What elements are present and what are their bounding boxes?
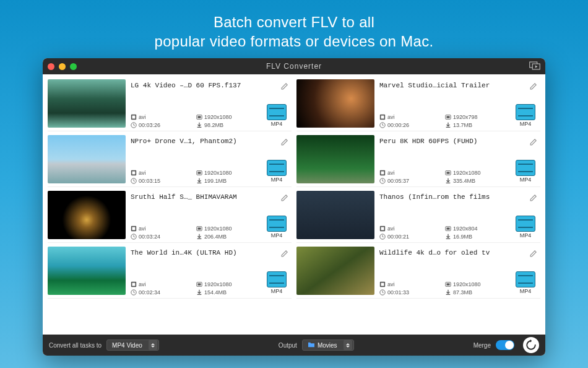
convert-all-format-value: MP4 Video xyxy=(112,342,142,349)
video-thumbnail[interactable] xyxy=(296,191,374,239)
video-title: Wildlife 4k d…o for oled tv xyxy=(379,249,506,256)
video-resolution: 1920x1080 xyxy=(196,281,257,287)
format-label: MP4 xyxy=(520,232,532,239)
video-list: LG 4k Video –…D 60 FPS.f137avi1920x10800… xyxy=(43,74,545,335)
video-thumbnail[interactable] xyxy=(48,247,126,295)
edit-icon[interactable] xyxy=(280,193,289,204)
video-card[interactable]: Peru 8K HDR 60FPS (FUHD)avi1920x108000:0… xyxy=(296,135,540,187)
convert-all-format-select[interactable]: MP4 Video xyxy=(106,340,159,351)
video-card[interactable]: The World in…4K (ULTRA HD)avi1920x108000… xyxy=(48,247,292,299)
video-resolution: 1920x798 xyxy=(445,114,506,120)
video-thumbnail[interactable] xyxy=(48,79,126,128)
video-resolution: 1920x1080 xyxy=(445,170,506,176)
edit-icon[interactable] xyxy=(529,249,538,260)
close-button[interactable] xyxy=(48,63,54,70)
output-format-badge[interactable]: MP4 xyxy=(267,216,287,239)
video-thumbnail[interactable] xyxy=(48,191,126,239)
output-format-badge[interactable]: MP4 xyxy=(516,216,535,239)
edit-icon[interactable] xyxy=(529,193,538,204)
svg-rect-14 xyxy=(132,172,136,175)
video-format: avi xyxy=(131,114,191,120)
format-icon xyxy=(267,104,287,120)
video-format: avi xyxy=(379,226,440,232)
video-format: avi xyxy=(131,170,191,176)
svg-rect-34 xyxy=(132,283,136,286)
video-card[interactable]: NPro+ Drone V…1, Phantom2)avi1920x108000… xyxy=(48,135,292,187)
video-info: Thanos (Infin…rom the filmsavi1920x80400… xyxy=(374,191,511,242)
video-card[interactable]: Marvel Studio…icial Traileravi1920x79800… xyxy=(296,79,540,131)
video-info: NPro+ Drone V…1, Phantom2)avi1920x108000… xyxy=(126,135,262,186)
app-window: FLV Converter LG 4k Video –…D 60 FPS.f13… xyxy=(43,58,545,356)
footer-bar: Convert all tasks to MP4 Video Output Mo… xyxy=(43,335,545,356)
video-duration: 00:00:21 xyxy=(379,234,440,240)
svg-rect-19 xyxy=(381,172,384,175)
video-card[interactable]: LG 4k Video –…D 60 FPS.f137avi1920x10800… xyxy=(48,79,292,131)
video-duration: 00:05:37 xyxy=(379,178,440,184)
output-format-badge[interactable]: MP4 xyxy=(267,271,287,294)
format-label: MP4 xyxy=(271,232,283,239)
svg-rect-6 xyxy=(198,116,201,118)
window-title: FLV Converter xyxy=(43,62,545,71)
output-folder-select[interactable]: Movies xyxy=(302,340,354,351)
folder-icon xyxy=(308,341,318,349)
minimize-button[interactable] xyxy=(59,63,66,70)
svg-rect-4 xyxy=(132,116,136,119)
video-resolution: 1920x804 xyxy=(445,226,506,232)
video-duration: 00:03:15 xyxy=(131,178,191,184)
format-label: MP4 xyxy=(271,121,283,127)
video-resolution: 1920x1080 xyxy=(445,281,506,287)
video-title: Thanos (Infin…rom the films xyxy=(379,193,506,201)
output-format-badge[interactable]: MP4 xyxy=(516,271,535,294)
merge-label: Merge xyxy=(473,342,491,349)
edit-icon[interactable] xyxy=(280,138,289,149)
format-label: MP4 xyxy=(520,177,532,183)
video-format: avi xyxy=(131,281,191,287)
video-card[interactable]: Sruthi Half S…_ BHIMAVARAMavi1920x108000… xyxy=(48,191,292,243)
format-icon xyxy=(267,216,287,232)
video-format: avi xyxy=(131,226,191,232)
video-info: The World in…4K (ULTRA HD)avi1920x108000… xyxy=(126,247,262,298)
format-icon xyxy=(516,160,535,176)
output-format-badge[interactable]: MP4 xyxy=(516,160,535,183)
video-thumbnail[interactable] xyxy=(296,135,374,183)
edit-icon[interactable] xyxy=(529,138,538,149)
svg-rect-39 xyxy=(381,283,384,286)
output-format-badge[interactable]: MP4 xyxy=(516,104,535,127)
video-size: 335.4MB xyxy=(445,178,506,184)
edit-icon[interactable] xyxy=(280,82,289,93)
video-info: Peru 8K HDR 60FPS (FUHD)avi1920x108000:0… xyxy=(374,135,511,186)
video-thumbnail[interactable] xyxy=(48,135,126,183)
video-title: Marvel Studio…icial Trailer xyxy=(379,82,506,89)
video-title: LG 4k Video –…D 60 FPS.f137 xyxy=(131,82,257,89)
video-card[interactable]: Thanos (Infin…rom the filmsavi1920x80400… xyxy=(296,191,540,243)
video-size: 98.2MB xyxy=(196,122,257,128)
format-icon xyxy=(267,160,287,176)
format-icon xyxy=(267,271,287,287)
edit-icon[interactable] xyxy=(529,82,538,93)
svg-rect-26 xyxy=(198,228,201,230)
output-format-badge[interactable]: MP4 xyxy=(267,104,287,127)
video-size: 87.3MB xyxy=(445,289,506,296)
video-size: 206.4MB xyxy=(196,234,257,240)
svg-rect-31 xyxy=(447,228,450,230)
output-label: Output xyxy=(279,342,297,349)
video-title: The World in…4K (ULTRA HD) xyxy=(131,249,257,256)
video-size: 16.9MB xyxy=(445,234,506,240)
convert-button[interactable] xyxy=(523,337,539,353)
merge-toggle[interactable] xyxy=(496,340,514,350)
video-thumbnail[interactable] xyxy=(296,247,374,295)
edit-icon[interactable] xyxy=(280,249,289,260)
svg-rect-41 xyxy=(447,284,450,286)
video-card[interactable]: Wildlife 4k d…o for oled tvavi1920x10800… xyxy=(296,247,540,299)
chevron-updown-icon xyxy=(344,340,352,350)
video-thumbnail[interactable] xyxy=(296,79,374,128)
svg-rect-29 xyxy=(381,227,384,230)
media-settings-icon[interactable] xyxy=(529,61,540,72)
video-title: Sruthi Half S…_ BHIMAVARAM xyxy=(131,193,257,201)
video-duration: 00:01:33 xyxy=(379,289,440,296)
format-icon xyxy=(516,104,535,120)
video-info: Sruthi Half S…_ BHIMAVARAMavi1920x108000… xyxy=(126,191,262,242)
zoom-button[interactable] xyxy=(70,63,77,70)
svg-rect-11 xyxy=(447,116,450,118)
output-format-badge[interactable]: MP4 xyxy=(267,160,287,183)
